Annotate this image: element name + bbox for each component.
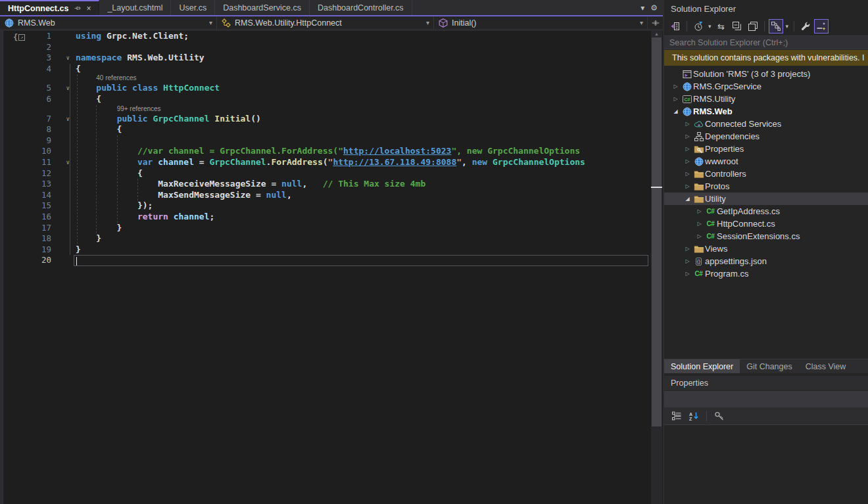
tree-item-properties[interactable]: ▷Properties [664,143,868,155]
type-dropdown[interactable]: RMS.Web.Utility.HttpConnect▾ [217,16,434,29]
codelens-references[interactable]: 99+ references [0,105,648,114]
codelens-references[interactable]: 40 references [0,74,648,83]
code-text[interactable]: } [74,223,648,234]
line-number[interactable]: 15 [0,200,51,212]
code-line-2[interactable]: 2 [0,42,648,53]
scroll-up-icon[interactable]: ▲ [651,32,662,36]
fold-chevron-icon[interactable]: ∨ [51,83,74,94]
close-icon[interactable]: × [86,4,91,13]
line-number[interactable]: 8 [0,124,51,135]
code-line-8[interactable]: 8 { [0,124,648,135]
expand-arrow-icon[interactable]: ▷ [683,121,692,127]
code-line-3[interactable]: 3∨namespace RMS.Web.Utility [0,53,648,64]
code-text[interactable]: } [74,233,648,244]
tree-item-utility[interactable]: ◢Utility [664,193,868,205]
chevron-down-icon[interactable]: ▾ [421,19,429,26]
tree-item-rms-web[interactable]: ◢RMS.Web [664,105,868,118]
solution-explorer-search-input[interactable]: Search Solution Explorer (Ctrl+;) [664,35,868,49]
chevron-down-icon[interactable]: ▾ [707,23,713,30]
fold-chevron-icon[interactable]: ∨ [51,157,74,168]
wrench-icon[interactable] [798,19,813,34]
line-number[interactable]: 19 [0,244,51,256]
tree-item-solution-rms-3-of-3-projects-[interactable]: Solution 'RMS' (3 of 3 projects) [664,68,868,80]
properties-grid[interactable] [664,424,868,504]
member-dropdown[interactable]: Initial()▾ [434,16,648,29]
pending-changes-filter-icon[interactable] [691,19,706,34]
code-text[interactable]: public GrpcChannel Initial() [74,114,648,125]
code-text[interactable] [74,42,648,53]
scrollbar-thumb[interactable] [652,37,662,426]
expand-arrow-icon[interactable]: ▷ [683,171,692,177]
expand-arrow-icon[interactable]: ▷ [683,258,692,264]
split-editor-icon[interactable] [648,16,663,29]
code-line-1[interactable]: 1using Grpc.Net.Client; [0,31,648,42]
inline-hints-margin-icon[interactable]: {↗ [13,33,25,42]
code-text[interactable]: { [74,124,648,135]
collapse-arrow-icon[interactable]: ◢ [671,108,681,114]
preview-selected-items-icon[interactable] [814,19,829,34]
alphabetical-icon[interactable]: AZ [687,409,701,423]
line-number[interactable]: 14 [0,190,51,201]
line-number[interactable]: 1 [0,31,51,42]
line-number[interactable]: 10 [0,146,51,157]
code-text[interactable]: using Grpc.Net.Client; [74,31,648,42]
code-text[interactable]: MaxReceiveMessageSize = null, // This Ma… [74,179,648,190]
expand-arrow-icon[interactable]: ▷ [683,133,692,139]
expand-arrow-icon[interactable]: ▷ [683,246,692,252]
expand-arrow-icon[interactable]: ▷ [694,233,704,239]
chevron-down-icon[interactable]: ▾ [204,19,212,26]
chevron-down-icon[interactable]: ▾ [784,23,790,30]
line-number[interactable]: 11 [0,157,51,168]
code-line-9[interactable]: 9 [0,135,648,147]
code-text[interactable]: public class HttpConnect [74,83,648,94]
tree-item-getipaddress-cs[interactable]: ▷C#GetIpAddress.cs [664,205,868,218]
code-line-19[interactable]: 19} [0,244,648,256]
file-nesting-icon[interactable] [769,19,783,34]
line-number[interactable]: 3 [0,53,51,64]
tree-item-program-cs[interactable]: ▷C#Program.cs [664,267,868,280]
code-text[interactable]: { [74,94,648,105]
code-text[interactable]: { [74,64,648,75]
panel-tab-class-view[interactable]: Class View [799,359,853,373]
code-line-20[interactable]: 20 [0,255,648,266]
document-tab-httpconnect-cs[interactable]: HttpConnect.cs× [0,0,99,15]
editor-scrollbar[interactable]: ▲ [651,31,662,504]
tree-item-sessionextensions-cs[interactable]: ▷C#SessionExtensions.cs [664,230,868,242]
document-options-gear-icon[interactable]: ⚙ [650,3,658,12]
chevron-down-icon[interactable]: ▾ [635,19,643,26]
fold-chevron-icon[interactable]: ∨ [51,53,74,64]
line-number[interactable]: 20 [0,255,51,266]
vulnerability-warning-bar[interactable]: This solution contains packages with vul… [664,50,868,66]
code-text[interactable]: //var channel = GrpcChannel.ForAddress("… [74,146,648,157]
fold-chevron-icon[interactable]: ∨ [51,114,74,125]
expand-arrow-icon[interactable]: ▷ [683,271,692,277]
expand-arrow-icon[interactable]: ▷ [671,83,681,89]
code-text[interactable]: var channel = GrpcChannel.ForAddress("ht… [74,157,648,168]
line-number[interactable]: 13 [0,179,51,190]
code-line-4[interactable]: 4{ [0,64,648,75]
tree-item-controllers[interactable]: ▷Controllers [664,168,868,180]
code-line-17[interactable]: 17 } [0,223,648,234]
tree-item-dependencies[interactable]: ▷Dependencies [664,130,868,143]
code-text[interactable] [74,255,648,266]
expand-arrow-icon[interactable]: ▷ [683,183,692,189]
code-line-13[interactable]: 13 MaxReceiveMessageSize = null, // This… [0,179,648,190]
collapse-arrow-icon[interactable]: ◢ [683,196,692,202]
code-text[interactable]: { [74,168,648,179]
project-dropdown[interactable]: RMS.Web▾ [0,16,217,29]
code-line-15[interactable]: 15 }); [0,200,648,212]
code-editor[interactable]: {↗ 1using Grpc.Net.Client;23∨namespace R… [0,31,663,504]
tree-item-httpconnect-cs[interactable]: ▷C#HttpConnect.cs [664,218,868,230]
tree-item-wwwroot[interactable]: ▷wwwroot [664,155,868,168]
tree-item-views[interactable]: ▷Views [664,242,868,255]
code-text[interactable]: } [74,244,648,256]
sync-with-active-document-icon[interactable]: ⇆ [714,19,729,34]
code-text[interactable]: namespace RMS.Web.Utility [74,53,648,64]
line-number[interactable]: 16 [0,212,51,223]
line-number[interactable]: 6 [0,94,51,105]
code-text[interactable]: MaxSendMessageSize = null, [74,190,648,201]
code-line-7[interactable]: 7∨ public GrpcChannel Initial() [0,114,648,125]
tree-item-protos[interactable]: ▷Protos [664,180,868,193]
property-pages-icon[interactable] [712,409,727,423]
code-text[interactable]: return channel; [74,212,648,223]
